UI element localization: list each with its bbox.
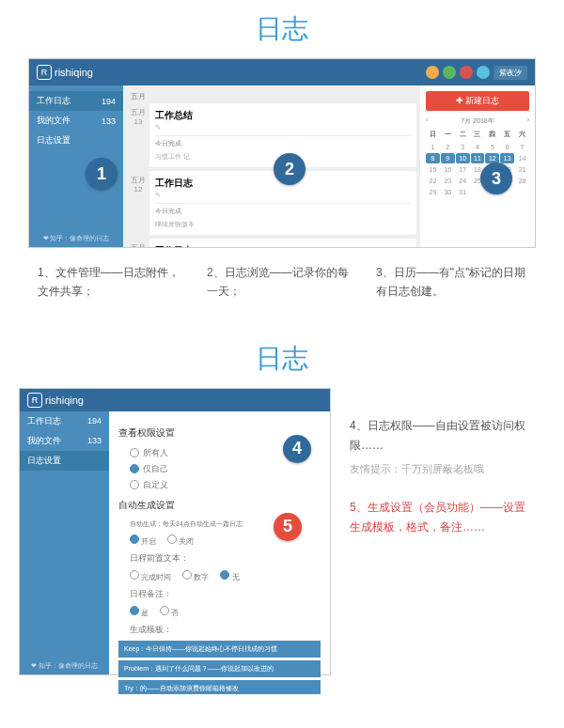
nav-icon-4[interactable] bbox=[477, 66, 490, 79]
brand: Rrishiqing bbox=[37, 65, 93, 80]
remark-no[interactable]: 否 bbox=[160, 606, 179, 618]
marker-1: 1 bbox=[86, 158, 118, 190]
fmt-none[interactable]: 无 bbox=[220, 570, 239, 582]
logo-icon: R bbox=[27, 393, 42, 408]
month-header: 五月 bbox=[127, 89, 416, 103]
calendar-grid[interactable]: 日一二三四五六 1234567 891011121314 15161718192… bbox=[426, 128, 529, 197]
log-list: 五月 五月13 工作总结✎今日完成习惯工作 记 五月12 工作日志✎今日完成继续… bbox=[123, 85, 420, 247]
user-menu[interactable]: 紫夜汐 bbox=[494, 66, 527, 80]
perm-opt-self[interactable]: 仅自己 bbox=[118, 461, 321, 477]
log-entry[interactable]: 五月11 工作日志✎今日完成 bbox=[127, 239, 416, 247]
calendar-panel: ✚ 新建日志 ‹7月 2018年› 日一二三四五六 1234567 891011… bbox=[420, 85, 535, 247]
log-entry[interactable]: 五月12 工作日志✎今日完成继续发验版本 bbox=[127, 171, 416, 235]
tmpl-label: 生成模板： bbox=[118, 622, 321, 638]
sidebar-item-files[interactable]: 我的文件133 bbox=[20, 431, 109, 451]
log-entry[interactable]: 五月13 工作总结✎今日完成习惯工作 记 bbox=[127, 103, 416, 167]
sidebar-footer: ❤ 知乎：像命理的日志 bbox=[29, 234, 123, 243]
tmpl-line: Try：的——自动添加浪费你邮箱格修改 bbox=[118, 680, 321, 694]
fmt-label: 日程前置文本： bbox=[118, 550, 321, 566]
marker-3: 3 bbox=[480, 163, 512, 194]
sidebar-item-log[interactable]: 工作日志194 bbox=[29, 91, 123, 111]
marker-5: 5 bbox=[274, 513, 302, 541]
topbar: Rrishiqing 紫夜汐 bbox=[29, 59, 535, 85]
app-screenshot-1: Rrishiqing 紫夜汐 工作日志194 我的文件133 日志设置 ❤ 知乎… bbox=[28, 58, 536, 248]
auto-on[interactable]: 开启 bbox=[130, 534, 156, 547]
prev-month-icon[interactable]: ‹ bbox=[426, 116, 428, 126]
desc-2: 2、日志浏览——记录你的每一天； bbox=[207, 263, 357, 302]
next-month-icon[interactable]: › bbox=[527, 116, 529, 126]
fmt-time[interactable]: 完成时间 bbox=[130, 570, 171, 582]
sidebar: 工作日志194 我的文件133 日志设置 ❤ 知乎：像命理的日志 bbox=[20, 411, 109, 674]
new-log-button[interactable]: ✚ 新建日志 bbox=[426, 91, 529, 111]
calendar-header: ‹7月 2018年› bbox=[426, 115, 529, 128]
desc-tip: 友情提示：千万别屏蔽老板哦 bbox=[350, 460, 536, 479]
desc-1: 1、文件管理——日志附件，文件共享； bbox=[38, 263, 188, 302]
tmpl-line: Keep：今日保持——你说起始终心不停日找成的习惯 bbox=[118, 641, 321, 658]
marker-4: 4 bbox=[283, 435, 311, 463]
sidebar-item-files[interactable]: 我的文件133 bbox=[29, 111, 123, 131]
sidebar-footer: ❤ 知乎：像命理的日志 bbox=[20, 661, 109, 671]
page-title: 日志 bbox=[0, 0, 564, 58]
auto-off[interactable]: 关闭 bbox=[167, 534, 194, 547]
remark-yes[interactable]: 是 bbox=[130, 606, 149, 618]
sidebar-item-settings[interactable]: 日志设置 bbox=[20, 451, 109, 471]
nav-icon-2[interactable] bbox=[443, 66, 456, 79]
nav-icon-3[interactable] bbox=[460, 66, 473, 79]
logo-icon: R bbox=[37, 65, 52, 80]
tmpl-line: Problem：遇到了什么问题？——你说起加以改进的 bbox=[118, 660, 321, 677]
sidebar-item-settings[interactable]: 日志设置 bbox=[29, 131, 123, 150]
desc-3: 3、日历——有"点"标记的日期有日志创建。 bbox=[376, 263, 526, 302]
topbar: Rrishiqing bbox=[20, 389, 330, 411]
page-title-2: 日志 bbox=[0, 330, 564, 388]
desc-4: 4、日志权限——自由设置被访问权限…… bbox=[350, 416, 536, 457]
settings-panel: 查看权限设置 所有人 仅自己 自定义 自动生成设置 自动生成：每天24点自动生成… bbox=[109, 411, 330, 674]
desc-5: 5、生成设置（会员功能）——设置生成模板，格式，备注…… bbox=[350, 498, 536, 538]
marker-2: 2 bbox=[274, 153, 306, 185]
fmt-num[interactable]: 数字 bbox=[182, 570, 209, 582]
sidebar-item-log[interactable]: 工作日志194 bbox=[20, 411, 109, 431]
perm-opt-custom[interactable]: 自定义 bbox=[118, 477, 321, 493]
app-screenshot-2: Rrishiqing 工作日志194 我的文件133 日志设置 ❤ 知乎：像命理… bbox=[19, 388, 331, 675]
auto-title: 自动生成设置 bbox=[118, 499, 321, 512]
remark-label: 日程备注： bbox=[118, 586, 321, 602]
nav-icon-1[interactable] bbox=[426, 66, 439, 79]
